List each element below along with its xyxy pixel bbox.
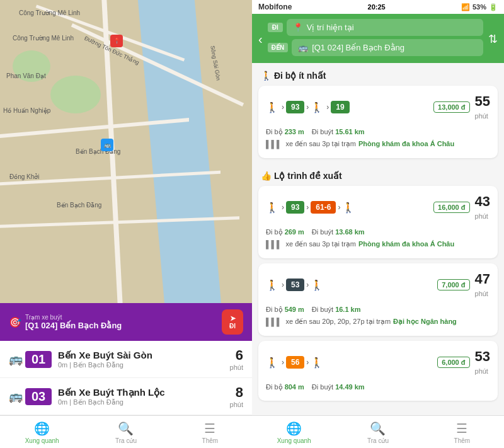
map-label-melihnh1: Công Trường Mê Linh bbox=[19, 9, 80, 16]
price-s1: 16,000 đ bbox=[433, 202, 469, 213]
scroll-content[interactable]: 🚶 Đi bộ ít nhất 🚶 › 93 › 🚶 › 19 13,000 đ… bbox=[252, 63, 504, 415]
globe-icon-left: 🌐 bbox=[34, 421, 50, 436]
walk-icon-s1b: 🚶 bbox=[342, 202, 355, 214]
go-button[interactable]: ➤ ĐI bbox=[222, 309, 243, 335]
time-num-1: 55 bbox=[475, 93, 490, 109]
bus-route-01[interactable]: 🚌 01 Bến Xe Buýt Sài Gòn 0m | Bến Bạch Đ… bbox=[0, 341, 252, 378]
to-label: ĐẾN bbox=[268, 43, 288, 52]
left-bottom-nav: 🌐 Xung quanh 🔍 Tra cứu ☰ Thêm bbox=[0, 415, 252, 448]
nav-label-xungquanh-right: Xung quanh bbox=[277, 437, 311, 444]
nav-xungquanh-right[interactable]: 🌐 Xung quanh bbox=[252, 416, 336, 448]
arrow-s1c: › bbox=[338, 203, 340, 212]
battery-right: 53% bbox=[472, 3, 486, 11]
wifi-icon: 📶 bbox=[461, 3, 470, 11]
to-input[interactable]: 🚌 [Q1 024] Bến Bạch Đằng bbox=[292, 39, 483, 56]
map-label-melihnh2: Công Trường Mê Linh bbox=[13, 35, 74, 42]
bus-name-03: Bến Xe Buýt Thạnh Lộc bbox=[58, 387, 230, 398]
time-unit-s2: phút bbox=[475, 290, 488, 297]
from-text: Vị trí hiện tại bbox=[307, 23, 354, 32]
bus-number-01: 01 bbox=[25, 351, 52, 368]
arrow-1b: › bbox=[306, 103, 309, 112]
time-unit-s3: phút bbox=[475, 367, 488, 375]
stop-name-s1: Phòng khám đa khoa Á Châu bbox=[358, 238, 454, 250]
route-card-s2-top: 🚶 › 53 › 🚶 7,000 đ 47 phút bbox=[266, 271, 490, 299]
nav-them-left[interactable]: ☰ Thêm bbox=[168, 416, 252, 448]
next-bus-text-s2: xe đến sau 20p, 20p, 27p tại trạm bbox=[286, 316, 391, 328]
map-label-dongkhoi: Đồng Khởi bbox=[9, 173, 40, 180]
bus-badge-53-s2: 53 bbox=[286, 279, 304, 291]
nav-them-right[interactable]: ☰ Thêm bbox=[420, 416, 504, 448]
route-detail-s2: Đi bộ 549 m Đi buýt 16.1 km ▌▌▌ xe đến s… bbox=[266, 304, 490, 328]
time-block-s1: 43 phút bbox=[475, 193, 490, 221]
arrow-1a: › bbox=[282, 103, 284, 112]
walk-icon-s2a: 🚶 bbox=[266, 279, 278, 291]
map-label-hohuan: Hồ Huấn Nghiệp bbox=[3, 107, 50, 114]
bus-sub-01: 0m | Bến Bạch Đằng bbox=[58, 361, 230, 369]
from-row: ĐI 📍 Vị trí hiện tại bbox=[268, 19, 483, 36]
distance-s2: Đi bộ 549 m Đi buýt 16.1 km bbox=[266, 304, 490, 316]
next-bus-1: ▌▌▌ xe đến sau 3p tại trạm Phòng khám đa… bbox=[266, 138, 490, 151]
nav-label-tracuu-left: Tra cứu bbox=[115, 437, 137, 444]
left-panel: Công Trường Mê Linh Công Trường Mê Linh … bbox=[0, 0, 252, 448]
route-detail-s3: Đi bộ 804 m Đi buýt 14.49 km bbox=[266, 381, 490, 393]
route-info-bar: 🎯 Trạm xe buýt [Q1 024] Bến Bạch Đằng ➤ … bbox=[0, 303, 252, 341]
route-inputs: ĐI 📍 Vị trí hiện tại ĐẾN 🚌 [Q1 024] Bến … bbox=[268, 19, 483, 59]
time-num-s2: 47 bbox=[475, 271, 490, 287]
bus-time-num-03: 8 bbox=[230, 384, 243, 401]
distance-1: Đi bộ 233 m Đi buýt 15.61 km bbox=[266, 126, 490, 138]
time-block-s3: 53 phút bbox=[475, 348, 490, 376]
nav-label-xungquanh-left: Xung quanh bbox=[25, 437, 59, 444]
carrier-right: Mobifone bbox=[258, 3, 292, 11]
menu-icon-right: ☰ bbox=[456, 421, 467, 436]
bus-time-num-01: 6 bbox=[230, 347, 243, 364]
go-label: ĐI bbox=[229, 323, 236, 330]
route-card-s1[interactable]: 🚶 › 93 › 61-6 › 🚶 16,000 đ 43 phút bbox=[258, 186, 498, 258]
time-unit-1: phút bbox=[475, 112, 488, 120]
bus-time-unit-01: phút bbox=[230, 364, 243, 371]
nav-tracuu-left[interactable]: 🔍 Tra cứu bbox=[84, 416, 168, 448]
go-arrow-icon: ➤ bbox=[230, 314, 236, 323]
route-info-text: Trạm xe buýt [Q1 024] Bến Bạch Đằng bbox=[25, 314, 122, 330]
distance-s3: Đi bộ 804 m Đi buýt 14.49 km bbox=[266, 381, 490, 393]
bus-dest-icon: 🚌 bbox=[298, 43, 308, 52]
arrow-1c: › bbox=[326, 103, 329, 112]
route-card-s2[interactable]: 🚶 › 53 › 🚶 7,000 đ 47 phút Đi bbox=[258, 263, 498, 336]
section-walk-least: 🚶 Đi bộ ít nhất 🚶 › 93 › 🚶 › 19 13,000 đ… bbox=[252, 63, 504, 158]
arrow-s1b: › bbox=[306, 203, 309, 212]
price-time-s3: 6,000 đ 53 phút bbox=[437, 348, 490, 376]
nav-xungquanh-left[interactable]: 🌐 Xung quanh bbox=[0, 416, 84, 448]
bus-dist-1: Đi buýt 15.61 km bbox=[312, 126, 365, 138]
globe-icon-right: 🌐 bbox=[286, 421, 302, 436]
nav-tracuu-right[interactable]: 🔍 Tra cứu bbox=[336, 416, 420, 448]
walk-dist-s2: Đi bộ 549 m bbox=[266, 304, 304, 316]
route-stop-name: [Q1 024] Bến Bạch Đằng bbox=[25, 321, 122, 330]
bus-name-01: Bến Xe Buýt Sài Gòn bbox=[58, 350, 230, 361]
route-card-s3[interactable]: 🚶 › 56 › 🚶 6,000 đ 53 phút Đi bbox=[258, 341, 498, 401]
bus-badge-19-1: 19 bbox=[331, 101, 349, 113]
price-time-1: 13,000 đ 55 phút bbox=[433, 93, 490, 121]
bus-badge-93-s1: 93 bbox=[286, 201, 304, 214]
left-bottom: 🎯 Trạm xe buýt [Q1 024] Bến Bạch Đằng ➤ … bbox=[0, 303, 252, 448]
section-suggested: 👍 Lộ trình đề xuất 🚶 › 93 › 61-6 › 🚶 16,… bbox=[252, 163, 504, 401]
bus-dist-s3: Đi buýt 14.49 km bbox=[312, 381, 365, 393]
time-right: 20:25 bbox=[368, 3, 386, 11]
bus-route-03[interactable]: 🚌 03 Bến Xe Buýt Thạnh Lộc 0m | Bến Bạch… bbox=[0, 378, 252, 415]
bus-badge-56-s3: 56 bbox=[286, 356, 304, 369]
to-row: ĐẾN 🚌 [Q1 024] Bến Bạch Đằng bbox=[268, 39, 483, 56]
next-bus-text-s1: xe đến sau 3p tại trạm bbox=[286, 238, 357, 250]
bus-info-01: Bến Xe Buýt Sài Gòn 0m | Bến Bạch Đằng bbox=[58, 350, 230, 369]
arrow-s3a: › bbox=[282, 358, 284, 367]
battery-icon: 🔋 bbox=[489, 3, 498, 11]
bus-stop-marker: 🚌 bbox=[101, 139, 113, 151]
menu-icon-left: ☰ bbox=[204, 421, 215, 436]
time-unit-s1: phút bbox=[475, 212, 488, 220]
back-button[interactable]: ‹ bbox=[258, 32, 263, 47]
route-card-1[interactable]: 🚶 › 93 › 🚶 › 19 13,000 đ 55 phút bbox=[258, 86, 498, 158]
swap-button[interactable]: ⇅ bbox=[488, 32, 498, 46]
bus-badge-93-1: 93 bbox=[286, 101, 304, 113]
search-icon-left: 🔍 bbox=[118, 421, 134, 436]
from-input[interactable]: 📍 Vị trí hiện tại bbox=[287, 19, 483, 36]
search-icon-right: 🔍 bbox=[370, 421, 386, 436]
walk-icon-s2b: 🚶 bbox=[311, 279, 323, 291]
stop-name-1: Phòng khám đa khoa Á Châu bbox=[358, 138, 454, 150]
